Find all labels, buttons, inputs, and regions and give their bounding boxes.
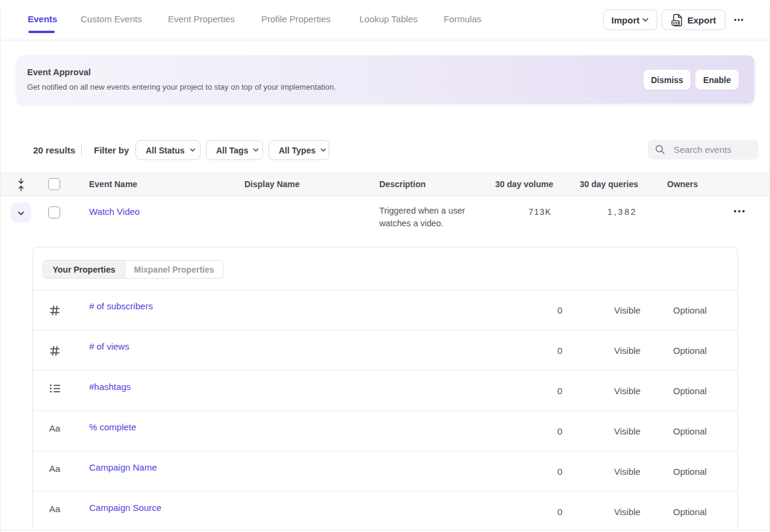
svg-text:csv: csv [672,20,680,25]
